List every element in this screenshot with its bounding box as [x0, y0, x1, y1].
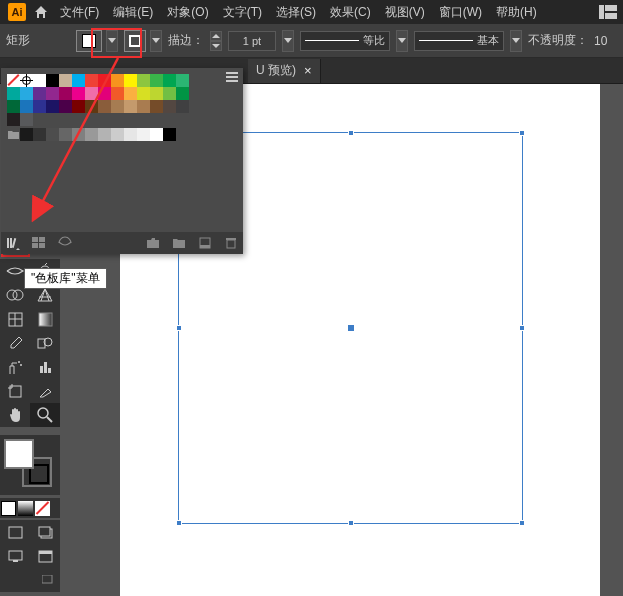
swatch-item[interactable] [33, 100, 46, 113]
column-graph-tool-icon[interactable] [30, 355, 60, 379]
menu-window[interactable]: 窗口(W) [435, 4, 486, 21]
blend-tool-icon[interactable] [30, 331, 60, 355]
swatch-item[interactable] [111, 74, 124, 87]
swatch-item[interactable] [7, 87, 20, 100]
swatch-item[interactable] [111, 100, 124, 113]
swatch-item[interactable] [163, 74, 176, 87]
swatch-item[interactable] [150, 128, 163, 141]
fill-swatch[interactable] [76, 30, 102, 52]
stroke-dropdown[interactable] [150, 30, 162, 52]
new-color-group-folder-icon[interactable] [171, 235, 187, 251]
menu-help[interactable]: 帮助(H) [492, 4, 541, 21]
brush-dropdown[interactable] [510, 30, 522, 52]
selection-handle[interactable] [519, 325, 525, 331]
slice-tool-icon[interactable] [30, 379, 60, 403]
new-swatch-icon[interactable] [197, 235, 213, 251]
change-screen-mode-icon[interactable] [30, 544, 60, 568]
new-color-group-icon[interactable] [145, 235, 161, 251]
stroke-weight-down[interactable] [210, 41, 222, 51]
swatch-item[interactable] [85, 87, 98, 100]
menu-select[interactable]: 选择(S) [272, 4, 320, 21]
swatch-item[interactable] [176, 100, 189, 113]
fill-stroke-proxy[interactable] [0, 435, 60, 495]
swatch-item[interactable] [46, 128, 59, 141]
color-mode-none[interactable] [35, 501, 50, 516]
swatch-item[interactable] [72, 128, 85, 141]
edit-toolbar-icon[interactable] [0, 568, 60, 592]
zoom-tool-icon[interactable] [30, 403, 60, 427]
close-icon[interactable]: × [304, 63, 312, 78]
swatch-options-icon[interactable] [57, 235, 73, 251]
selection-handle[interactable] [176, 520, 182, 526]
hand-tool-icon[interactable] [0, 403, 30, 427]
swatch-item[interactable] [72, 100, 85, 113]
swatch-item[interactable] [20, 87, 33, 100]
selection-handle[interactable] [519, 130, 525, 136]
swatch-item[interactable] [59, 87, 72, 100]
swatch-item[interactable] [20, 113, 33, 126]
selection-handle[interactable] [519, 520, 525, 526]
swatch-item[interactable] [150, 100, 163, 113]
menu-edit[interactable]: 编辑(E) [109, 4, 157, 21]
swatch-item[interactable] [59, 74, 72, 87]
swatch-item[interactable] [124, 100, 137, 113]
swatch-item[interactable] [137, 87, 150, 100]
swatch-item[interactable] [98, 128, 111, 141]
stroke-profile-dropdown[interactable] [396, 30, 408, 52]
symbol-sprayer-tool-icon[interactable] [0, 355, 30, 379]
menu-file[interactable]: 文件(F) [56, 4, 103, 21]
folder-icon[interactable] [7, 128, 20, 141]
swatch-item[interactable] [72, 74, 85, 87]
swatch-item[interactable] [137, 128, 150, 141]
panel-flyout-menu-icon[interactable] [225, 70, 239, 84]
swatch-item[interactable] [59, 128, 72, 141]
swatch-item[interactable] [98, 100, 111, 113]
swatch-item[interactable] [111, 128, 124, 141]
swatch-item[interactable] [20, 100, 33, 113]
swatch-none[interactable] [7, 74, 20, 87]
menu-object[interactable]: 对象(O) [163, 4, 212, 21]
swatch-item[interactable] [137, 74, 150, 87]
swatch-item[interactable] [98, 74, 111, 87]
selection-handle[interactable] [176, 325, 182, 331]
swatch-item[interactable] [33, 87, 46, 100]
swatch-item[interactable] [85, 74, 98, 87]
show-swatch-kinds-icon[interactable] [31, 235, 47, 251]
swatch-item[interactable] [163, 87, 176, 100]
swatch-item[interactable] [46, 74, 59, 87]
delete-swatch-icon[interactable] [223, 235, 239, 251]
stroke-weight-up[interactable] [210, 31, 222, 41]
swatch-item[interactable] [124, 74, 137, 87]
menu-effect[interactable]: 效果(C) [326, 4, 375, 21]
eyedropper-tool-icon[interactable] [0, 331, 30, 355]
gradient-tool-icon[interactable] [30, 307, 60, 331]
swatch-item[interactable] [85, 128, 98, 141]
swatch-item[interactable] [137, 100, 150, 113]
brush-definition[interactable]: 基本 [414, 31, 504, 51]
stroke-swatch[interactable] [124, 30, 146, 52]
swatch-item[interactable] [7, 113, 20, 126]
menu-type[interactable]: 文字(T) [219, 4, 266, 21]
artboard-tool-icon[interactable] [0, 379, 30, 403]
menu-view[interactable]: 视图(V) [381, 4, 429, 21]
swatch-item[interactable] [59, 100, 72, 113]
fill-proxy[interactable] [4, 439, 34, 469]
swatch-item[interactable] [150, 74, 163, 87]
swatch-item[interactable] [7, 100, 20, 113]
swatch-item[interactable] [111, 87, 124, 100]
swatch-item[interactable] [176, 87, 189, 100]
swatch-item[interactable] [176, 74, 189, 87]
stroke-weight-field[interactable] [228, 31, 276, 51]
workspace-switcher-icon[interactable] [598, 4, 618, 20]
swatch-item[interactable] [20, 128, 33, 141]
draw-normal-icon[interactable] [0, 520, 30, 544]
swatch-item[interactable] [46, 100, 59, 113]
fill-dropdown[interactable] [106, 30, 118, 52]
swatch-item[interactable] [124, 128, 137, 141]
swatch-item[interactable] [72, 87, 85, 100]
swatch-item[interactable] [124, 87, 137, 100]
home-icon[interactable] [32, 3, 50, 21]
swatch-item[interactable] [85, 100, 98, 113]
swatch-item[interactable] [46, 87, 59, 100]
selection-handle[interactable] [348, 520, 354, 526]
